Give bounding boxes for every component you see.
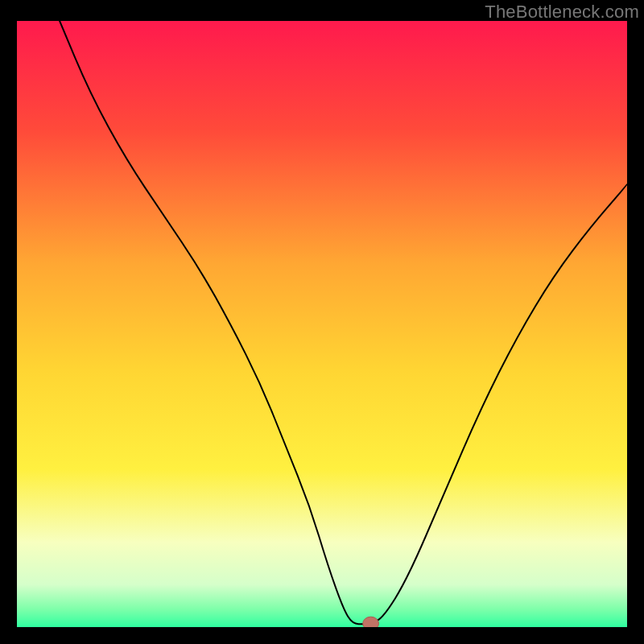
optimum-marker (363, 617, 379, 627)
plot-background (17, 21, 627, 627)
plot-frame (17, 21, 627, 627)
attribution-text: TheBottleneck.com (485, 2, 639, 23)
chart-stage: TheBottleneck.com (0, 0, 644, 644)
plot-svg (17, 21, 627, 627)
